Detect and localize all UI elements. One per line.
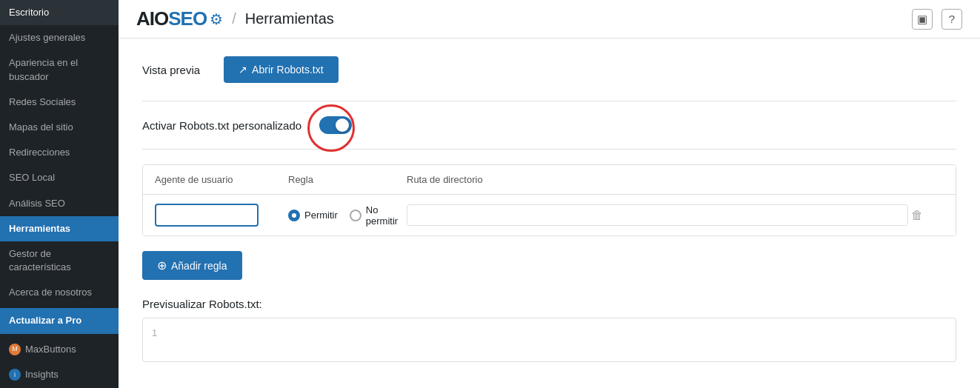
sidebar-item-ajustes-label: Ajustes generales [9, 31, 85, 44]
sidebar-item-analisis-label: Análisis SEO [9, 197, 65, 210]
directory-input[interactable] [407, 204, 908, 226]
sidebar-item-analisis[interactable]: Análisis SEO [0, 191, 119, 216]
header: AIOSEO ⚙ / Herramientas ▣ ? [119, 0, 980, 39]
logo: AIOSEO ⚙ [136, 7, 223, 30]
sidebar-item-gestor[interactable]: Gestor de características [0, 241, 119, 280]
add-rule-button[interactable]: ⊕ Añadir regla [142, 251, 242, 280]
preview-placeholder: 1 [152, 327, 157, 338]
sidebar-item-acerca[interactable]: Acerca de nosotros [0, 280, 119, 305]
help-icon[interactable]: ? [941, 9, 962, 30]
toggle-wrapper [319, 116, 352, 134]
main-content: AIOSEO ⚙ / Herramientas ▣ ? Vista previa… [119, 0, 980, 388]
sidebar-item-escritorio[interactable]: Escritorio [0, 0, 119, 25]
logo-text: AIOSEO [136, 7, 207, 30]
col-agente: Agente de usuario [155, 174, 288, 185]
insights-icon: i [9, 369, 21, 381]
col-regla: Regla [288, 174, 407, 185]
vista-previa-label: Vista previa [142, 64, 200, 76]
rule-cell: Permitir No permitir [288, 204, 407, 227]
logo-text-seo: SEO [168, 7, 207, 30]
preview-box: 1 [142, 318, 956, 362]
delete-row-button[interactable]: 🗑 [908, 206, 926, 225]
sidebar-item-herramientas[interactable]: Herramientas [0, 216, 119, 241]
toggle-switch[interactable] [319, 116, 352, 134]
sidebar-item-apariencia[interactable]: Apariencia en el buscador [0, 50, 119, 89]
sidebar-item-insights[interactable]: i Insights [0, 362, 119, 387]
insights-label: Insights [25, 368, 59, 381]
breadcrumb-separator: / [232, 10, 236, 27]
sidebar-item-redirecciones[interactable]: Redirecciones [0, 140, 119, 165]
plus-icon: ⊕ [157, 258, 167, 272]
table-header: Agente de usuario Regla Ruta de director… [143, 165, 956, 195]
maxbuttons-icon: M [9, 344, 21, 355]
monitor-icon[interactable]: ▣ [912, 9, 933, 30]
rules-table: Agente de usuario Regla Ruta de director… [142, 164, 956, 236]
abrir-robots-label: Abrir Robots.txt [252, 64, 323, 76]
page-body: Vista previa ↗ Abrir Robots.txt Activar … [119, 39, 980, 388]
sidebar-item-acerca-label: Acerca de nosotros [9, 286, 92, 299]
logo-text-aio: AIO [136, 7, 168, 30]
preview-label: Previsualizar Robots.txt: [142, 298, 956, 310]
toggle-knob [336, 118, 349, 132]
logo-gear-icon: ⚙ [210, 10, 223, 28]
table-row: Permitir No permitir 🗑 [143, 195, 956, 235]
header-icons: ▣ ? [912, 9, 962, 30]
external-link-icon: ↗ [239, 64, 247, 76]
header-left: AIOSEO ⚙ / Herramientas [136, 7, 334, 30]
sidebar-item-herramientas-label: Herramientas [9, 222, 70, 235]
sidebar-item-apariencia-label: Apariencia en el buscador [9, 56, 110, 83]
sidebar: Escritorio Ajustes generales Apariencia … [0, 0, 119, 388]
user-agent-input[interactable] [155, 204, 259, 227]
upgrade-label: Actualizar a Pro [9, 314, 81, 327]
sidebar-item-seo-local[interactable]: SEO Local [0, 165, 119, 190]
sidebar-item-mapas-label: Mapas del sitio [9, 121, 73, 134]
add-rule-label: Añadir regla [171, 260, 227, 272]
maxbuttons-label: MaxButtons [25, 343, 76, 356]
col-ruta: Ruta de directorio [407, 174, 908, 185]
sidebar-item-gestor-label: Gestor de características [9, 247, 110, 274]
activar-robots-row: Activar Robots.txt personalizado [142, 101, 956, 150]
sidebar-item-seo-local-label: SEO Local [9, 171, 55, 184]
directory-cell [407, 204, 908, 226]
sidebar-item-redes-label: Redes Sociales [9, 96, 76, 109]
col-actions [908, 174, 944, 185]
no-permitir-radio[interactable] [350, 210, 361, 221]
vista-previa-row: Vista previa ↗ Abrir Robots.txt [142, 56, 956, 101]
agente-cell [155, 204, 288, 227]
preview-section: Previsualizar Robots.txt: 1 [142, 298, 956, 374]
abrir-robots-button[interactable]: ↗ Abrir Robots.txt [224, 56, 338, 83]
permitir-radio[interactable] [288, 210, 300, 221]
sidebar-item-upgrade[interactable]: Actualizar a Pro [0, 308, 119, 333]
sidebar-item-escritorio-label: Escritorio [9, 6, 49, 19]
page-title: Herramientas [245, 10, 334, 27]
no-permitir-label: No permitir [366, 204, 407, 227]
sidebar-item-redes[interactable]: Redes Sociales [0, 90, 119, 115]
permitir-label: Permitir [304, 210, 338, 221]
permitir-option[interactable]: Permitir [288, 210, 338, 221]
delete-cell: 🗑 [908, 206, 944, 225]
sidebar-item-ajustes[interactable]: Ajustes generales [0, 25, 119, 50]
sidebar-item-maxbuttons[interactable]: M MaxButtons [0, 337, 119, 362]
sidebar-item-redirecciones-label: Redirecciones [9, 146, 70, 159]
activar-robots-label: Activar Robots.txt personalizado [142, 119, 301, 132]
no-permitir-option[interactable]: No permitir [350, 204, 407, 227]
sidebar-item-mapas[interactable]: Mapas del sitio [0, 115, 119, 140]
